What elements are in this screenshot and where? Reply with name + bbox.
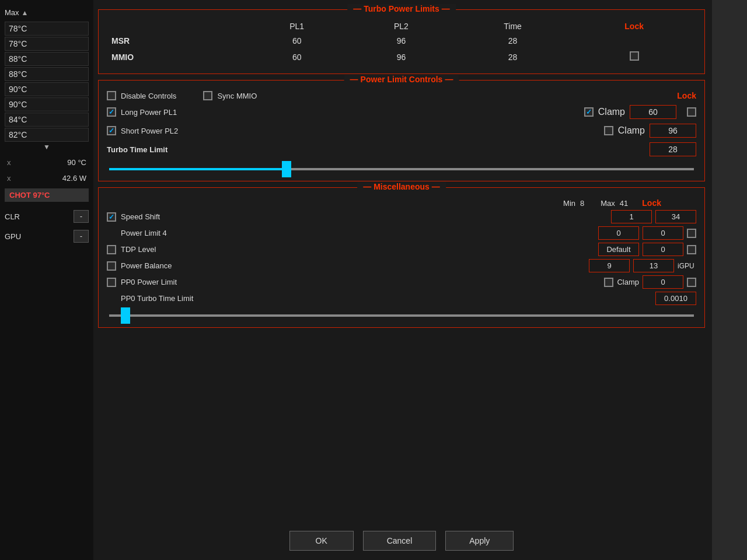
power-limit-4-max-input[interactable] <box>643 226 683 240</box>
turbo-power-limits-section: Turbo Power Limits PL1 PL2 Time Lock MSR… <box>98 9 705 74</box>
pp0-turbo-time-label: PP0 Turbo Time Limit <box>121 294 208 303</box>
row-mmio-pl2: 96 <box>349 48 453 65</box>
temp-item: 88°C <box>5 52 89 66</box>
stat-power-value: 42.6 W <box>62 174 86 183</box>
row-mmio-label: MMIO <box>107 48 245 65</box>
pp0-lock-checkbox[interactable] <box>687 278 696 287</box>
long-power-pl1-checkbox[interactable] <box>107 107 116 117</box>
power-balance-row: Power Balance iGPU <box>107 259 696 272</box>
stat-temp-value: 90 °C <box>67 158 86 167</box>
speed-shift-max-input[interactable] <box>655 210 696 223</box>
speed-shift-checkbox[interactable] <box>107 212 116 222</box>
row-msr-pl2: 96 <box>349 33 453 48</box>
pp0-power-limit-max-input[interactable] <box>643 275 683 289</box>
temp-list: 78°C 78°C 88°C 88°C 90°C 90°C 84°C 82°C … <box>0 19 93 153</box>
long-power-pl1-label: Long Power PL1 <box>121 108 177 117</box>
col-pl2: PL2 <box>349 19 453 33</box>
gpu-row: GPU - <box>0 228 93 245</box>
sync-mmio-checkbox[interactable] <box>203 91 212 100</box>
temp-item: 90°C <box>5 82 89 96</box>
turbo-time-limit-input[interactable] <box>650 142 696 156</box>
table-row: MMIO 60 96 28 <box>107 48 696 65</box>
pp0-clamp-checkbox[interactable] <box>604 278 613 287</box>
misc-slider[interactable] <box>109 314 694 317</box>
tdp-level-min-input[interactable] <box>598 243 639 256</box>
tdp-level-label: TDP Level <box>121 245 191 254</box>
bottom-bar: OK Cancel Apply <box>98 525 705 553</box>
miscellaneous-section: Miscellaneous Min 8 Max 41 Lock Speed Sh… <box>98 187 705 328</box>
left-panel: Max ▲ 78°C 78°C 88°C 88°C 90°C 90°C 84°C… <box>0 0 93 560</box>
power-limit-4-checkbox[interactable] <box>687 229 696 238</box>
clamp2-label: Clamp <box>618 125 645 136</box>
stat-temp: x 90 °C <box>0 156 93 169</box>
table-row: MSR 60 96 28 <box>107 33 696 48</box>
clamp1-row: Clamp <box>584 105 676 119</box>
mmio-lock-checkbox[interactable] <box>630 51 639 61</box>
col-lock: Lock <box>572 19 696 33</box>
miscellaneous-title: Miscellaneous <box>357 182 446 191</box>
power-limit-controls-title: Power Limit Controls <box>344 75 459 84</box>
clamp1-input[interactable] <box>630 105 676 119</box>
row-mmio-pl1: 60 <box>245 48 349 65</box>
main-content: Turbo Power Limits PL1 PL2 Time Lock MSR… <box>93 0 712 560</box>
pp0-power-limit-label: PP0 Power Limit <box>121 278 191 286</box>
pp0-power-limit-row: PP0 Power Limit Clamp <box>107 275 696 289</box>
pp0-turbo-time-input[interactable] <box>655 292 696 305</box>
clr-label: CLR <box>5 212 20 221</box>
tdp-level-checkbox[interactable] <box>107 245 116 254</box>
power-limit-slider[interactable] <box>109 168 694 170</box>
tdp-level-row: TDP Level <box>107 243 696 256</box>
clamp1-label: Clamp <box>598 107 625 117</box>
cancel-button[interactable]: Cancel <box>363 531 437 551</box>
power-balance-max-input[interactable] <box>633 259 674 272</box>
clamp2-checkbox[interactable] <box>604 126 613 135</box>
power-limit-4-row: Power Limit 4 <box>107 226 696 240</box>
temp-item: 78°C <box>5 22 89 36</box>
gpu-label: GPU <box>5 232 21 241</box>
disable-controls-label: Disable Controls <box>121 92 176 100</box>
right-side-panel <box>712 0 747 560</box>
clamp2-input[interactable] <box>650 124 696 138</box>
power-limit-slider-container <box>107 162 696 173</box>
short-power-pl2-checkbox[interactable] <box>107 126 116 135</box>
row-msr-pl1: 60 <box>245 33 349 48</box>
sync-mmio-row: Sync MMIO <box>203 91 257 100</box>
col-name <box>107 19 245 33</box>
max-label: Max <box>5 8 19 17</box>
gpu-minus-button[interactable]: - <box>74 230 89 243</box>
ok-button[interactable]: OK <box>289 531 354 551</box>
pp0-power-limit-checkbox[interactable] <box>107 278 116 287</box>
power-balance-label: Power Balance <box>121 261 191 270</box>
stat-power: x 42.6 W <box>0 172 93 185</box>
tdp-level-max-input[interactable] <box>643 243 683 256</box>
row-mmio-lock[interactable] <box>572 48 696 65</box>
turbo-time-limit-label: Turbo Time Limit <box>107 145 167 154</box>
speed-shift-label: Speed Shift <box>121 212 191 221</box>
temp-item: 90°C <box>5 97 89 111</box>
power-balance-min-input[interactable] <box>589 259 630 272</box>
row-msr-time: 28 <box>453 33 573 48</box>
disable-controls-checkbox[interactable] <box>107 91 116 100</box>
pl1-lock-checkbox[interactable] <box>687 107 696 117</box>
apply-button[interactable]: Apply <box>445 531 514 551</box>
tdp-level-lock-checkbox[interactable] <box>687 245 696 254</box>
scroll-up-icon[interactable]: ▲ <box>22 9 29 17</box>
clamp1-checkbox[interactable] <box>584 107 594 117</box>
temp-item: 88°C <box>5 67 89 81</box>
misc-max-value: 41 <box>620 199 628 208</box>
stat-power-label: x <box>7 174 11 183</box>
clr-row: CLR - <box>0 208 93 225</box>
power-balance-checkbox[interactable] <box>107 261 116 271</box>
scroll-down-icon[interactable]: ▼ <box>5 143 89 151</box>
misc-min-value: 8 <box>580 199 584 208</box>
speed-shift-min-input[interactable] <box>611 210 652 223</box>
misc-slider-container <box>107 309 696 319</box>
misc-max-label: Max <box>601 199 615 208</box>
power-limits-table: PL1 PL2 Time Lock MSR 60 96 28 MMIO 60 <box>107 19 696 65</box>
col-time: Time <box>453 19 573 33</box>
misc-lock-label: Lock <box>642 198 661 208</box>
row-msr-label: MSR <box>107 33 245 48</box>
clr-minus-button[interactable]: - <box>74 210 89 223</box>
power-limit-4-min-input[interactable] <box>598 226 639 240</box>
temp-item: 84°C <box>5 113 89 127</box>
